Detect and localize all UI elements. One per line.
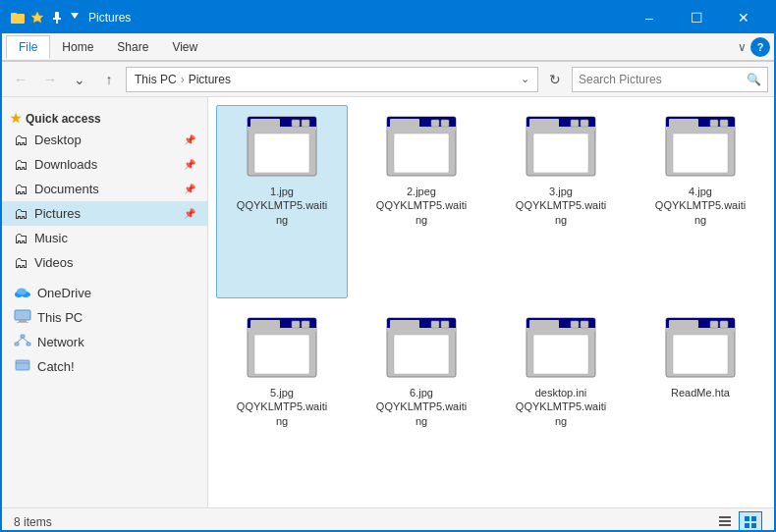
svg-rect-11: [19, 320, 27, 322]
thispc-icon: [14, 309, 31, 326]
tab-view[interactable]: View: [160, 36, 209, 58]
tab-home[interactable]: Home: [50, 36, 105, 58]
ribbon-collapse-button[interactable]: ∨: [738, 40, 747, 54]
svg-rect-75: [673, 335, 728, 374]
minimize-button[interactable]: –: [627, 2, 672, 33]
svg-marker-6: [71, 13, 79, 19]
pin-icon-pictures: 📌: [184, 208, 195, 219]
svg-rect-38: [571, 120, 579, 127]
ribbon-tab-right: ∨ ?: [738, 37, 770, 57]
sidebar-item-onedrive[interactable]: OneDrive: [2, 281, 207, 305]
sidebar-item-catch[interactable]: Catch!: [2, 354, 207, 379]
sidebar-item-downloads[interactable]: 🗂 Downloads 📌: [2, 152, 207, 177]
svg-rect-30: [390, 119, 419, 128]
pin-icon-documents: 📌: [184, 184, 195, 194]
up-button[interactable]: ↑: [96, 67, 122, 92]
sidebar-item-documents[interactable]: 🗂 Documents 📌: [2, 177, 207, 201]
breadcrumb-thispc: This PC: [135, 73, 177, 86]
forward-button[interactable]: →: [37, 67, 63, 92]
folder-icon-desktop: 🗂: [14, 132, 28, 148]
list-view-button[interactable]: [713, 511, 737, 533]
file-label-1: 1.jpgQQYKLMTP5.waiting: [236, 185, 329, 227]
help-button[interactable]: ?: [750, 37, 770, 57]
svg-rect-32: [441, 120, 449, 127]
svg-marker-2: [31, 12, 43, 23]
recent-dropdown-button[interactable]: ⌄: [67, 67, 92, 92]
sidebar-label-thispc: This PC: [37, 310, 83, 325]
svg-rect-14: [15, 343, 19, 346]
folder-icon-videos: 🗂: [14, 254, 28, 271]
sidebar-item-thispc[interactable]: This PC: [2, 305, 207, 330]
tab-share[interactable]: Share: [105, 36, 160, 58]
window-title: Pictures: [88, 11, 627, 25]
file-item-5[interactable]: 5.jpgQQYKLMTP5.waiting: [216, 306, 348, 500]
network-icon: [14, 334, 31, 350]
svg-line-17: [23, 338, 28, 343]
sidebar-label-music: Music: [34, 231, 68, 245]
file-icon-3: [522, 112, 600, 181]
ribbon-tab-bar: File Home Share View ∨ ?: [2, 33, 774, 61]
folder-icon-pictures: 🗂: [14, 205, 28, 222]
svg-rect-46: [720, 120, 728, 127]
maximize-button[interactable]: ☐: [674, 2, 719, 33]
detail-view-button[interactable]: [739, 511, 762, 533]
svg-rect-78: [719, 524, 731, 526]
catch-icon: [14, 358, 31, 375]
status-bar: 8 items: [2, 507, 774, 532]
svg-rect-4: [53, 18, 61, 20]
path-dropdown-button[interactable]: ⌄: [521, 73, 529, 85]
svg-rect-60: [441, 321, 449, 328]
refresh-button[interactable]: ↻: [542, 67, 568, 92]
svg-rect-44: [669, 119, 698, 128]
address-path[interactable]: This PC › Pictures ⌄: [126, 67, 538, 92]
search-button[interactable]: 🔍: [747, 73, 761, 86]
svg-rect-54: [254, 335, 309, 374]
search-input[interactable]: [579, 73, 747, 86]
folder-icon-music: 🗂: [14, 230, 28, 246]
file-label-5: 5.jpgQQYKLMTP5.waiting: [236, 386, 329, 428]
folder-icon-downloads: 🗂: [14, 156, 28, 173]
svg-rect-40: [533, 133, 588, 173]
file-item-desktop-ini[interactable]: desktop.iniQQYKLMTP5.waiting: [495, 306, 627, 500]
file-label-6: 6.jpgQQYKLMTP5.waiting: [375, 386, 469, 428]
svg-rect-12: [17, 322, 28, 323]
svg-rect-52: [292, 321, 300, 328]
file-item-6[interactable]: 6.jpgQQYKLMTP5.waiting: [356, 306, 487, 500]
sidebar-label-pictures: Pictures: [34, 206, 81, 221]
sidebar-label-catch: Catch!: [37, 359, 75, 374]
svg-rect-61: [394, 335, 449, 374]
svg-rect-25: [302, 120, 309, 127]
svg-rect-26: [254, 133, 309, 173]
quick-access-icon: [29, 10, 45, 26]
svg-rect-3: [55, 12, 59, 19]
quick-access-header[interactable]: ★ Quick access: [2, 105, 207, 128]
tab-file[interactable]: File: [6, 35, 50, 59]
item-count: 8 items: [14, 515, 52, 529]
sidebar-item-network[interactable]: Network: [2, 330, 207, 354]
svg-rect-23: [250, 119, 280, 128]
search-box[interactable]: 🔍: [572, 67, 768, 92]
file-label-2: 2.jpegQQYKLMTP5.waiting: [375, 185, 469, 227]
sidebar-item-music[interactable]: 🗂 Music: [2, 226, 207, 250]
main-area: ★ Quick access 🗂 Desktop 📌 🗂 Downloads 📌…: [2, 97, 774, 507]
onedrive-icon: [14, 285, 31, 301]
file-item-2[interactable]: 2.jpegQQYKLMTP5.waiting: [356, 105, 487, 298]
sidebar-item-videos[interactable]: 🗂 Videos: [2, 250, 207, 275]
title-bar: Pictures – ☐ ✕: [2, 2, 774, 33]
sidebar-item-pictures[interactable]: 🗂 Pictures 📌: [2, 201, 207, 226]
svg-rect-66: [571, 321, 579, 328]
file-item-readme[interactable]: ReadMe.hta: [635, 306, 766, 500]
file-item-1[interactable]: 1.jpgQQYKLMTP5.waiting: [216, 105, 348, 298]
file-item-3[interactable]: 3.jpgQQYKLMTP5.waiting: [495, 105, 627, 298]
pin-icon-desktop: 📌: [184, 134, 195, 145]
folder-icon: [10, 10, 26, 26]
file-item-4[interactable]: 4.jpgQQYKLMTP5.waiting: [635, 105, 766, 298]
svg-rect-81: [745, 523, 749, 528]
file-icon-readme: [661, 313, 740, 382]
file-icon-6: [382, 313, 461, 382]
svg-rect-15: [27, 343, 30, 346]
close-button[interactable]: ✕: [721, 2, 766, 33]
sidebar-item-desktop[interactable]: 🗂 Desktop 📌: [2, 128, 207, 152]
back-button[interactable]: ←: [8, 67, 33, 92]
svg-rect-33: [394, 133, 449, 173]
